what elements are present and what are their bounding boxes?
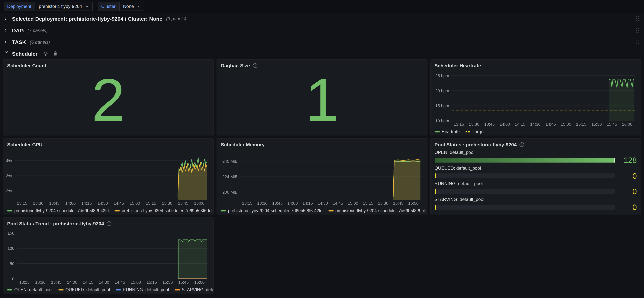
row-drag-handle[interactable] bbox=[635, 27, 640, 33]
info-icon[interactable] bbox=[252, 63, 258, 68]
gauge-value: 0 bbox=[620, 172, 637, 180]
panel-title[interactable]: Dagbag Size bbox=[221, 63, 250, 68]
info-icon[interactable] bbox=[519, 142, 524, 147]
gauge-row: 0 bbox=[434, 188, 637, 196]
row-title: Selected Deployment: prehistoric-flyby-9… bbox=[12, 16, 162, 22]
svg-text:15:15: 15:15 bbox=[363, 201, 374, 206]
legend-item[interactable]: STARVING: default_pool bbox=[174, 288, 213, 292]
svg-text:14:30: 14:30 bbox=[318, 201, 328, 206]
panel-header: Scheduler CPU bbox=[4, 139, 213, 149]
gear-icon[interactable] bbox=[43, 51, 48, 56]
svg-text:14:45: 14:45 bbox=[545, 122, 556, 127]
svg-text:15:30: 15:30 bbox=[591, 122, 602, 127]
legend-series-swatch bbox=[465, 131, 470, 132]
legend-item[interactable]: RUNNING: default_pool bbox=[116, 288, 169, 292]
gauge-fill bbox=[434, 205, 436, 210]
panel-scheduler-heartrate: Scheduler Heartrate 10 bpm15 bpm20 bpm25… bbox=[430, 59, 641, 135]
legend-item[interactable]: Target bbox=[465, 129, 484, 134]
svg-text:16:00: 16:00 bbox=[194, 201, 204, 206]
chevron-down-icon bbox=[85, 4, 89, 8]
deployment-select[interactable]: prehistoric-flyby-9204 bbox=[35, 2, 92, 11]
panel-title[interactable]: Pool Status Trend : prehistoric-flyby-92… bbox=[7, 221, 104, 226]
row-scheduler[interactable]: › Scheduler bbox=[3, 48, 641, 59]
legend-series-swatch bbox=[7, 210, 12, 211]
svg-text:15:30: 15:30 bbox=[378, 201, 388, 206]
svg-text:15:30: 15:30 bbox=[162, 201, 172, 206]
svg-text:15:45: 15:45 bbox=[178, 201, 188, 206]
panel-title[interactable]: Scheduler Heartrate bbox=[434, 63, 481, 68]
row-title: TASK bbox=[12, 39, 26, 45]
gauge-value: 0 bbox=[620, 188, 637, 196]
legend-series-label: prehistoric-flyby-9204-scheduler-7d69b5f… bbox=[122, 208, 213, 213]
panel-title[interactable]: Scheduler CPU bbox=[7, 142, 42, 147]
row-drag-handle[interactable] bbox=[635, 15, 640, 22]
chevron-right-icon: › bbox=[4, 38, 9, 45]
panel-row-2: Scheduler CPU 2%3%4%13:1513:3013:4514:00… bbox=[3, 138, 641, 215]
gauge-label: RUNNING: default_pool bbox=[434, 181, 637, 186]
chevron-right-icon: › bbox=[4, 15, 9, 21]
gauge-fill bbox=[434, 158, 615, 163]
svg-text:15 bpm: 15 bpm bbox=[435, 103, 449, 108]
panel-title[interactable]: Pool Status : prehistoric-flyby-9204 bbox=[434, 142, 516, 147]
svg-text:14:45: 14:45 bbox=[333, 201, 343, 206]
svg-text:13:30: 13:30 bbox=[35, 280, 46, 285]
variable-cluster: Cluster None bbox=[98, 2, 144, 11]
pool-gauge: OPEN: default_pool128 bbox=[434, 150, 637, 164]
svg-text:13:45: 13:45 bbox=[51, 280, 62, 285]
legend-item[interactable]: OPEN: default_pool bbox=[7, 288, 52, 292]
gauge-row: 128 bbox=[434, 156, 637, 164]
pool-gauge: QUEUED: default_pool0 bbox=[434, 165, 637, 180]
deployment-variable-label: Deployment bbox=[4, 2, 35, 11]
dashboard-topbar: Deployment prehistoric-flyby-9204 Cluste… bbox=[0, 0, 644, 13]
legend-series-swatch bbox=[434, 131, 440, 132]
cluster-variable-label: Cluster bbox=[98, 2, 119, 11]
svg-text:100: 100 bbox=[8, 246, 14, 251]
pool-gauges: OPEN: default_pool128QUEUED: default_poo… bbox=[431, 149, 640, 214]
legend-series-label: prehistoric-flyby-9204-scheduler-7d69b5f… bbox=[335, 208, 427, 213]
panel-scheduler-cpu: Scheduler CPU 2%3%4%13:1513:3013:4514:00… bbox=[3, 138, 214, 215]
svg-text:14:00: 14:00 bbox=[65, 201, 76, 206]
screenshot-frame: Deployment prehistoric-flyby-9204 Cluste… bbox=[0, 0, 644, 298]
gauge-track bbox=[434, 173, 615, 178]
heartrate-chart[interactable]: 10 bpm15 bpm20 bpm25 bpm13:1513:3013:451… bbox=[432, 70, 639, 129]
cpu-chart[interactable]: 2%3%4%13:1513:3013:4514:0014:1514:3014:4… bbox=[5, 149, 212, 208]
legend-item[interactable]: prehistoric-flyby-9204-scheduler-7d69b5f… bbox=[7, 208, 109, 213]
svg-text:13:15: 13:15 bbox=[19, 280, 30, 285]
svg-text:15:00: 15:00 bbox=[130, 280, 141, 285]
svg-text:14:00: 14:00 bbox=[288, 201, 298, 206]
legend-series-label: prehistoric-flyby-9204-scheduler-7d69b5f… bbox=[228, 208, 322, 213]
gauge-label: QUEUED: default_pool bbox=[434, 165, 637, 171]
row-selected-deployment[interactable]: › Selected Deployment: prehistoric-flyby… bbox=[3, 13, 641, 24]
panel-header: Pool Status : prehistoric-flyby-9204 bbox=[431, 139, 640, 149]
svg-text:14:30: 14:30 bbox=[98, 201, 108, 206]
legend-series-label: Heartrate bbox=[442, 129, 460, 134]
cluster-select[interactable]: None bbox=[120, 2, 144, 11]
svg-text:13:45: 13:45 bbox=[484, 122, 494, 127]
pool_trend-plot: 05010015013:1513:3013:4514:0014:1514:301… bbox=[5, 228, 212, 285]
legend-item[interactable]: prehistoric-flyby-9204-scheduler-7d69b5f… bbox=[328, 208, 427, 213]
gauge-track bbox=[434, 189, 615, 194]
row-dag[interactable]: › DAG (7 panels) bbox=[3, 24, 641, 36]
info-icon[interactable] bbox=[106, 221, 112, 226]
svg-text:10 bpm: 10 bpm bbox=[435, 118, 449, 123]
legend-item[interactable]: prehistoric-flyby-9204-scheduler-7d69b5f… bbox=[221, 208, 322, 213]
legend-item[interactable]: Heartrate bbox=[434, 129, 460, 134]
pool-trend-chart[interactable]: 05010015013:1513:3013:4514:0014:1514:301… bbox=[5, 228, 212, 287]
row-drag-handle[interactable] bbox=[635, 39, 640, 45]
chevron-down-icon bbox=[137, 4, 141, 8]
panel-title[interactable]: Scheduler Memory bbox=[221, 142, 265, 147]
svg-text:150: 150 bbox=[8, 231, 14, 236]
dagbag-size-value: 1 bbox=[217, 70, 427, 135]
panel-title[interactable]: Scheduler Count bbox=[7, 63, 46, 68]
trash-icon[interactable] bbox=[53, 51, 58, 56]
svg-text:224 MiB: 224 MiB bbox=[222, 174, 238, 179]
row-panel-count: (3 panels) bbox=[166, 16, 186, 21]
svg-text:15:15: 15:15 bbox=[146, 280, 157, 285]
memory-chart[interactable]: 208 MiB224 MiB240 MiB13:1513:3013:4514:0… bbox=[218, 149, 426, 208]
row-task[interactable]: › TASK (6 panels) bbox=[3, 36, 641, 48]
panel-dagbag-size: Dagbag Size 1 bbox=[217, 59, 428, 135]
legend-item[interactable]: prehistoric-flyby-9204-scheduler-7d69b5f… bbox=[114, 208, 213, 213]
legend-item[interactable]: QUEUED: default_pool bbox=[58, 288, 110, 292]
svg-text:13:30: 13:30 bbox=[33, 201, 43, 206]
svg-text:15:45: 15:45 bbox=[393, 201, 404, 206]
